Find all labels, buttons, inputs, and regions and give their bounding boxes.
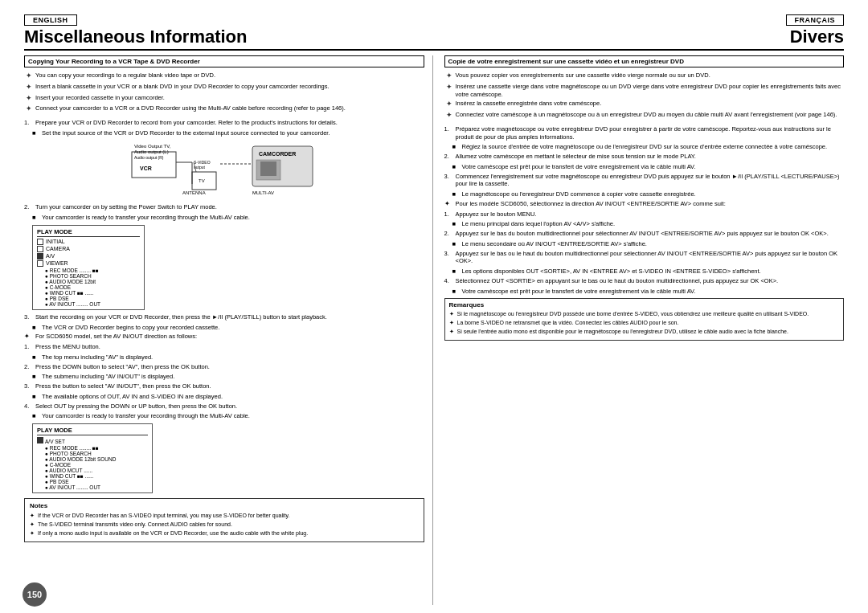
note-1: ✦ If the VCR or DVD Recorder has an S-VI… <box>30 512 419 519</box>
step-num: 3. <box>24 382 32 390</box>
notes-title: Notes <box>30 502 419 509</box>
bullet-text: Vous pouvez copier vos enregistrements s… <box>456 72 710 81</box>
note-icon: ✦ <box>449 319 454 326</box>
step-text: Allumez votre caméscope en mettant le sé… <box>456 153 696 161</box>
lang-badge-francais: FRANÇAIS <box>786 14 845 26</box>
bullet-text: Insert a blank cassette in your VCR or a… <box>35 83 330 92</box>
sub-text: Set the input source of the VCR or DVD R… <box>42 129 330 137</box>
step-text: Select OUT by pressing the DOWN or UP bu… <box>35 403 237 411</box>
steps-english: 1. Prepare your VCR or DVD Recorder to r… <box>24 119 424 420</box>
sub-bullet-icon: ■ <box>32 412 39 420</box>
sub-bullet-icon: ■ <box>32 373 39 381</box>
step-scd: ✦ For SCD6050 model, set the AV IN/OUT d… <box>24 333 424 341</box>
svg-text:MULTI-AV: MULTI-AV <box>252 190 274 195</box>
step-4c-sub: ■ The available options of OUT, AV IN an… <box>32 393 424 401</box>
bullet-text: Insert your recorded cassette in your ca… <box>35 94 165 104</box>
bullet-icon: ✦ <box>446 83 452 99</box>
play-mode-box-2: PLAY MODE A/V SET ● REC MODE ........ ■■… <box>32 423 424 493</box>
title-row: Miscellaneous Information Divers <box>24 27 844 51</box>
sub-text: Votre caméscope est prêt pour le transfe… <box>462 163 696 171</box>
page-number-badge: 150 <box>23 582 47 607</box>
note-text: La borne S-VIDEO ne retransmet que la vi… <box>457 319 679 326</box>
bullet-text: Connectez votre caméscope à un magnétosc… <box>456 111 837 121</box>
step-4d-sub: ■ Your camcorder is ready to transfer yo… <box>32 412 424 420</box>
play-mode-box-1: PLAY MODE INITIAL CAMERA A/V VIEWER ● RE… <box>32 225 424 310</box>
bullet-4: ✦ Connect your camcorder to a VCR or a D… <box>26 104 424 114</box>
fr-step-2: 2. Allumez votre caméscope en mettant le… <box>444 153 845 161</box>
bullet-icon: ✦ <box>26 94 32 104</box>
content-area: Copying Your Recording to a VCR Tape & D… <box>24 55 844 605</box>
fr-step-2-sub: ■ Votre caméscope est prêt pour le trans… <box>452 163 845 171</box>
sub-text: The submenu including "AV IN/OUT" is dis… <box>42 373 174 381</box>
note-icon: ✦ <box>449 310 454 317</box>
steps-french: 1. Préparez votre magnétoscope ou votre … <box>444 125 845 296</box>
sub-bullet-icon: ■ <box>32 353 39 362</box>
section-title-french: Copie de votre enregistrement sur une ca… <box>444 55 845 67</box>
sub-text: Le menu secondaire où AV IN/OUT <ENTREE/… <box>462 240 647 248</box>
fr-step-4a: 1. Appuyez sur le bouton MENU. <box>444 210 845 219</box>
lang-badge-english: ENGLISH <box>24 14 77 26</box>
bullet-icon: ✦ <box>446 72 452 81</box>
step-num: 1. <box>24 343 32 351</box>
svg-rect-16 <box>260 161 276 176</box>
bullet-text: Connect your camcorder to a VCR or a DVD… <box>35 104 346 114</box>
step-text: Commencez l'enregistrement sur votre mag… <box>456 173 845 189</box>
fr-step-4c: 3. Appuyez sur le bas ou le haut du bout… <box>444 250 845 266</box>
fr-step-3-sub: ■ Le magnétoscope ou l'enregistreur DVD … <box>452 190 845 198</box>
sub-text: Le magnétoscope ou l'enregistreur DVD co… <box>462 190 696 198</box>
fr-step-4b-sub: ■ Le menu secondaire où AV IN/OUT <ENTRE… <box>452 240 845 248</box>
note-text: If only a mono audio input is available … <box>38 529 308 537</box>
step-num: ✦ <box>24 333 32 341</box>
note-3: ✦ If only a mono audio input is availabl… <box>30 529 419 537</box>
step-text: Start the recording on your VCR or DVD R… <box>35 313 327 321</box>
intro-bullets-english: ✦ You can copy your recordings to a regu… <box>24 72 424 114</box>
bullet-1: ✦ You can copy your recordings to a regu… <box>26 72 424 81</box>
fr-note-1: ✦ Si le magnétoscope ou l'enregistreur D… <box>449 310 840 317</box>
svg-text:CAMCORDER: CAMCORDER <box>259 151 296 157</box>
step-2: 2. Turn your camcorder on by setting the… <box>24 203 424 211</box>
note-icon: ✦ <box>30 512 35 519</box>
step-num: 2. <box>24 203 32 211</box>
note-icon: ✦ <box>30 521 35 528</box>
step-text: Press the DOWN button to select "AV", th… <box>35 363 210 371</box>
bullet-icon: ✦ <box>26 83 32 92</box>
bullet-text: Insérez la cassette enregistrée dans vot… <box>456 100 602 109</box>
pm-item-camera: CAMERA <box>37 246 140 252</box>
pm-item-initial: INITIAL <box>37 239 140 245</box>
svg-text:Video Output TV,: Video Output TV, <box>134 144 171 149</box>
step-text: For SCD6050 model, set the AV IN/OUT dir… <box>35 333 197 341</box>
step-text: Appuyez sur le bas ou le haut du bouton … <box>456 250 845 266</box>
step-text: Sélectionnez OUT <SORTIE> en appuyant su… <box>456 277 779 285</box>
svg-text:ANTENNA: ANTENNA <box>182 190 206 195</box>
sub-text: Your camcorder is ready to transfer your… <box>42 412 250 420</box>
step-3-sub: ■ The VCR or DVD Recorder begins to copy… <box>32 324 424 332</box>
fr-step-4b: 2. Appuyez sur le bas du bouton multidir… <box>444 230 845 238</box>
sub-text: Your camcorder is ready to transfer your… <box>42 214 250 222</box>
step-4a: 1. Press the MENU button. <box>24 343 424 351</box>
fr-bullet-2: ✦ Insérez une cassette vierge dans votre… <box>446 83 845 99</box>
step-1-sub: ■ Set the input source of the VCR or DVD… <box>32 129 424 137</box>
note-icon: ✦ <box>449 328 454 335</box>
svg-text:TV: TV <box>199 178 205 183</box>
fr-step-4d-sub: ■ Votre caméscope est prêt pour le trans… <box>452 288 845 296</box>
sub-text: The VCR or DVD Recorder begins to copy y… <box>42 324 219 332</box>
remarques-title: Remarques <box>449 301 840 309</box>
sub-bullet-icon: ■ <box>32 324 39 332</box>
sub-text: The available options of OUT, AV IN and … <box>42 393 223 401</box>
device-diagram-area: Video Output TV, Audio output (L) Audio … <box>24 140 424 200</box>
step-4b: 2. Press the DOWN button to select "AV",… <box>24 363 424 371</box>
sub-text: The top menu including "AV" is displayed… <box>42 353 153 362</box>
note-icon: ✦ <box>30 529 35 537</box>
note-text: Si le magnétoscope ou l'enregistreur DVD… <box>457 310 809 317</box>
step-4a-sub: ■ The top menu including "AV" is display… <box>32 353 424 362</box>
step-4b-sub: ■ The submenu including "AV IN/OUT" is d… <box>32 373 424 381</box>
step-num: 4. <box>24 403 32 411</box>
section-title-english: Copying Your Recording to a VCR Tape & D… <box>24 55 424 67</box>
fr-bullet-1: ✦ Vous pouvez copier vos enregistrements… <box>446 72 845 81</box>
svg-text:VCR: VCR <box>140 166 152 171</box>
sub-text: Réglez la source d'entrée de votre magné… <box>462 143 828 151</box>
page-title-french: Divers <box>790 27 844 47</box>
step-text: Turn your camcorder on by setting the Po… <box>35 203 217 211</box>
bullet-icon: ✦ <box>26 104 32 114</box>
step-2-sub: ■ Your camcorder is ready to transfer yo… <box>32 214 424 222</box>
